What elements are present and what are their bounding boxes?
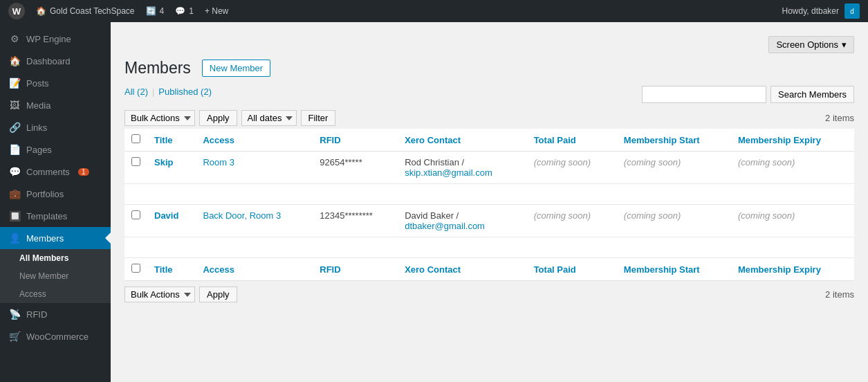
apply-button-top[interactable]: Apply [199,110,237,126]
sidebar-item-label: WooCommerce [26,331,89,342]
row-access-cell: Back Door, Room 3 [196,205,313,237]
sidebar-item-portfolios[interactable]: 💼 Portfolios [0,183,111,205]
page-header: Members New Member [124,59,854,78]
new-item[interactable]: + New [205,6,228,16]
user-avatar[interactable]: d [844,3,860,19]
comments-badge: 1 [78,168,89,176]
table-row: Skip Edit Delete View Room 3 92654***** … [124,152,854,184]
sidebar-item-comments[interactable]: 💬 Comments 1 [0,161,111,183]
sidebar-item-members[interactable]: 👤 Members [0,227,111,249]
sidebar-item-label: WP Engine [26,34,71,44]
sidebar-item-wp-engine[interactable]: ⚙ WP Engine [0,28,111,50]
submenu-access[interactable]: Access [0,285,111,303]
sidebar-item-label: Members [26,233,64,244]
members-icon: 👤 [8,233,21,244]
main-content: Screen Options ▾ Members New Member All … [111,22,868,382]
row-membership-start-cell: (coming soon) [617,205,731,237]
row-total-paid-cell: (coming soon) [527,152,617,184]
wp-logo[interactable]: W [8,3,25,19]
col-membership-expiry[interactable]: Membership Expiry [731,129,854,152]
sidebar-item-label: Comments [26,167,70,177]
sidebar-item-rfid[interactable]: 📡 RFID [0,303,111,325]
home-icon: 🏠 [36,6,46,16]
row-rfid-cell: 92654***** [313,152,398,184]
submenu-all-members[interactable]: All Members [0,249,111,267]
search-input[interactable] [642,86,766,103]
sidebar-item-pages[interactable]: 📄 Pages [0,138,111,161]
submenu-new-member[interactable]: New Member [0,267,111,285]
filter-all-link[interactable]: All (2) [124,87,148,97]
row-checkbox-cell [124,205,147,237]
item-count-bottom: 2 items [825,289,854,300]
sidebar-arrow [105,233,111,244]
membership-expiry-value: (coming soon) [738,157,795,167]
select-all-checkbox[interactable] [131,134,140,143]
select-all-footer-checkbox[interactable] [131,264,140,273]
member-name-link[interactable]: David [154,210,189,221]
sidebar-item-posts[interactable]: 📝 Posts [0,72,111,94]
access-link[interactable]: Room 3 [203,157,234,167]
sidebar-item-links[interactable]: 🔗 Links [0,116,111,138]
new-member-button[interactable]: New Member [202,60,270,77]
screen-options-chevron-icon: ▾ [842,39,847,50]
member-name-link[interactable]: Skip [154,157,189,167]
row-membership-expiry-cell: (coming soon) [731,205,854,237]
members-submenu: All Members New Member Access [0,249,111,303]
links-icon: 🔗 [8,122,21,133]
xero-email[interactable]: skip.xtian@gmail.com [405,167,492,178]
sidebar-item-label: Media [26,100,50,111]
site-name[interactable]: 🏠 Gold Coast TechSpace [36,6,135,16]
total-paid-value: (coming soon) [534,210,591,221]
screen-options-button[interactable]: Screen Options ▾ [768,36,854,53]
col-title[interactable]: Title [147,129,196,152]
row-access-cell: Room 3 [196,152,313,184]
bottom-toolbar: Bulk Actions Apply 2 items [124,286,854,302]
portfolios-icon: 💼 [8,188,21,199]
table-footer-header-row: Title Access RFID Xero Contact Total Pai… [124,258,854,281]
footer-col-membership-start: Membership Start [617,258,731,281]
row-checkbox[interactable] [131,210,140,219]
access-link[interactable]: Back Door, Room 3 [203,210,281,221]
pages-icon: 📄 [8,144,21,155]
footer-col-title[interactable]: Title [147,258,196,281]
sidebar-item-media[interactable]: 🖼 Media [0,94,111,116]
media-icon: 🖼 [8,100,21,111]
membership-start-value: (coming soon) [624,157,681,167]
col-total-paid[interactable]: Total Paid [527,129,617,152]
sidebar-item-label: Portfolios [26,189,64,199]
updates-item[interactable]: 🔄 4 [146,6,165,16]
xero-email[interactable]: dtbaker@gmail.com [405,221,485,231]
membership-expiry-value: (coming soon) [738,210,795,221]
filter-bar: All (2) | Published (2) [124,87,212,97]
dashboard-icon: 🏠 [8,55,21,66]
sidebar-item-dashboard[interactable]: 🏠 Dashboard [0,50,111,72]
comments-item[interactable]: 💬 1 [175,6,194,16]
sidebar-item-templates[interactable]: 🔲 Templates [0,205,111,227]
apply-button-bottom[interactable]: Apply [199,286,237,302]
filter-button[interactable]: Filter [301,110,336,126]
col-membership-start[interactable]: Membership Start [617,129,731,152]
filter-published-link[interactable]: Published (2) [158,87,212,97]
search-members-button[interactable]: Search Members [770,86,854,103]
footer-col-total-paid: Total Paid [527,258,617,281]
col-xero-contact[interactable]: Xero Contact [398,129,526,152]
bulk-actions-select-bottom[interactable]: Bulk Actions [124,286,195,302]
row-checkbox[interactable] [131,157,140,166]
table-header-row: Title Access RFID Xero Contact Total Pai… [124,129,854,152]
bulk-actions-select-top[interactable]: Bulk Actions [124,110,195,126]
footer-col-access: Access [196,258,313,281]
screen-options-bar: Screen Options ▾ [124,36,854,53]
sidebar-item-woocommerce[interactable]: 🛒 WooCommerce [0,325,111,347]
templates-icon: 🔲 [8,210,21,221]
admin-bar-right: Howdy, dtbaker d [782,3,860,19]
page-title: Members [124,59,191,78]
comments-icon: 💬 [8,166,21,177]
col-access[interactable]: Access [196,129,313,152]
woocommerce-icon: 🛒 [8,331,21,342]
xero-name: David Baker / [405,210,459,221]
rfid-icon: 📡 [8,309,21,320]
col-rfid[interactable]: RFID [313,129,398,152]
all-dates-select[interactable]: All dates [241,110,297,126]
row-membership-start-cell: (coming soon) [617,152,731,184]
sidebar-item-label: RFID [26,309,47,320]
